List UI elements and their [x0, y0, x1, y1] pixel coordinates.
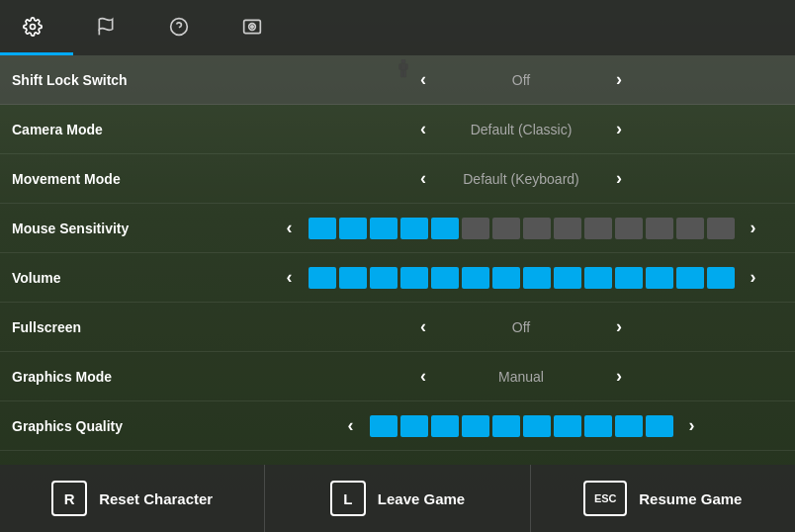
setting-value-movement-mode: Default (Keyboard) — [442, 171, 600, 187]
left-arrow-graphics-quality[interactable]: ‹ — [340, 411, 362, 440]
flag-icon — [95, 16, 117, 38]
block-3 — [400, 218, 428, 239]
block-9 — [584, 218, 612, 239]
block-5 — [523, 415, 551, 437]
right-arrow-shift-lock[interactable]: › — [608, 65, 630, 94]
nav-help[interactable] — [146, 0, 220, 55]
block-9 — [646, 415, 673, 437]
right-arrow-camera-mode[interactable]: › — [608, 115, 630, 143]
setting-value-shift-lock: Off — [442, 72, 600, 88]
setting-value-graphics-mode: Manual — [442, 369, 600, 385]
setting-row-shift-lock: Shift Lock Switch‹Off› — [0, 55, 795, 105]
block-4 — [492, 415, 520, 437]
setting-row-volume: Volume‹› — [0, 253, 795, 303]
setting-label-volume: Volume — [12, 270, 259, 286]
block-10 — [615, 218, 643, 239]
nav-settings[interactable] — [0, 0, 73, 55]
setting-label-camera-mode: Camera Mode — [12, 122, 259, 137]
block-13 — [707, 267, 735, 289]
left-arrow-fullscreen[interactable]: ‹ — [412, 312, 434, 341]
block-5 — [462, 267, 489, 289]
blocks-volume — [309, 267, 735, 289]
block-7 — [523, 267, 551, 289]
block-8 — [615, 415, 643, 437]
setting-control-shift-lock: ‹Off› — [259, 65, 783, 94]
action-btn-reset[interactable]: RReset Character — [0, 465, 265, 532]
block-5 — [462, 218, 489, 239]
left-arrow-graphics-mode[interactable]: ‹ — [412, 362, 434, 391]
key-badge-resume: ESC — [583, 481, 627, 516]
nav-report[interactable] — [73, 0, 146, 55]
nav-record[interactable] — [220, 0, 293, 55]
help-icon — [168, 16, 190, 38]
setting-label-graphics-mode: Graphics Mode — [12, 369, 259, 385]
blocks-mouse-sensitivity — [309, 218, 735, 239]
setting-row-graphics-mode: Graphics Mode‹Manual› — [0, 352, 795, 401]
setting-row-fullscreen: Fullscreen‹Off› — [0, 303, 795, 352]
setting-control-mouse-sensitivity: ‹› — [259, 214, 783, 242]
key-badge-reset: R — [51, 481, 87, 516]
setting-row-graphics-quality: Graphics Quality‹› — [0, 401, 795, 451]
action-label-resume: Resume Game — [639, 490, 742, 507]
block-3 — [400, 267, 428, 289]
right-arrow-volume[interactable]: › — [743, 263, 764, 292]
blocks-graphics-quality — [370, 415, 673, 437]
action-btn-resume[interactable]: ESCResume Game — [531, 465, 795, 532]
settings-container: Shift Lock Switch‹Off›Camera Mode‹Defaul… — [0, 55, 795, 465]
svg-point-12 — [251, 25, 254, 28]
block-1 — [400, 415, 428, 437]
main-panel: Shift Lock Switch‹Off›Camera Mode‹Defaul… — [0, 0, 795, 532]
left-arrow-volume[interactable]: ‹ — [279, 263, 301, 292]
block-1 — [339, 267, 367, 289]
left-arrow-mouse-sensitivity[interactable]: ‹ — [279, 214, 301, 242]
setting-label-movement-mode: Movement Mode — [12, 171, 259, 187]
left-arrow-movement-mode[interactable]: ‹ — [412, 164, 434, 193]
block-7 — [523, 218, 551, 239]
right-arrow-graphics-quality[interactable]: › — [681, 411, 703, 440]
left-arrow-shift-lock[interactable]: ‹ — [412, 65, 434, 94]
block-7 — [584, 415, 612, 437]
block-13 — [707, 218, 735, 239]
setting-row-camera-mode: Camera Mode‹Default (Classic)› — [0, 105, 795, 154]
right-arrow-mouse-sensitivity[interactable]: › — [743, 214, 764, 242]
block-0 — [370, 415, 398, 437]
setting-label-shift-lock: Shift Lock Switch — [12, 72, 259, 88]
right-arrow-graphics-mode[interactable]: › — [608, 362, 630, 391]
block-6 — [554, 415, 581, 437]
left-arrow-camera-mode[interactable]: ‹ — [412, 115, 434, 143]
action-btn-leave[interactable]: LLeave Game — [265, 465, 530, 532]
block-12 — [676, 267, 704, 289]
block-12 — [676, 218, 704, 239]
block-0 — [309, 267, 336, 289]
block-9 — [584, 267, 612, 289]
block-2 — [370, 267, 398, 289]
setting-row-mouse-sensitivity: Mouse Sensitivity‹› — [0, 204, 795, 253]
block-4 — [431, 267, 459, 289]
block-2 — [431, 415, 459, 437]
setting-control-graphics-quality: ‹› — [259, 411, 783, 440]
right-arrow-fullscreen[interactable]: › — [608, 312, 630, 341]
block-1 — [339, 218, 367, 239]
setting-value-fullscreen: Off — [442, 319, 600, 335]
setting-label-fullscreen: Fullscreen — [12, 319, 259, 335]
block-8 — [554, 267, 581, 289]
gear-icon — [22, 16, 44, 38]
block-8 — [554, 218, 581, 239]
setting-control-fullscreen: ‹Off› — [259, 312, 783, 341]
block-3 — [462, 415, 489, 437]
setting-label-graphics-quality: Graphics Quality — [12, 418, 259, 434]
action-label-leave: Leave Game — [378, 490, 465, 507]
block-6 — [492, 267, 520, 289]
record-icon — [241, 16, 263, 38]
setting-value-camera-mode: Default (Classic) — [442, 122, 600, 137]
block-4 — [431, 218, 459, 239]
setting-label-mouse-sensitivity: Mouse Sensitivity — [12, 221, 259, 236]
svg-point-6 — [31, 24, 36, 29]
setting-control-volume: ‹› — [259, 263, 783, 292]
block-10 — [615, 267, 643, 289]
block-0 — [309, 218, 336, 239]
right-arrow-movement-mode[interactable]: › — [608, 164, 630, 193]
nav-bar — [0, 0, 795, 55]
setting-control-graphics-mode: ‹Manual› — [259, 362, 783, 391]
action-bar: RReset CharacterLLeave GameESCResume Gam… — [0, 465, 795, 532]
